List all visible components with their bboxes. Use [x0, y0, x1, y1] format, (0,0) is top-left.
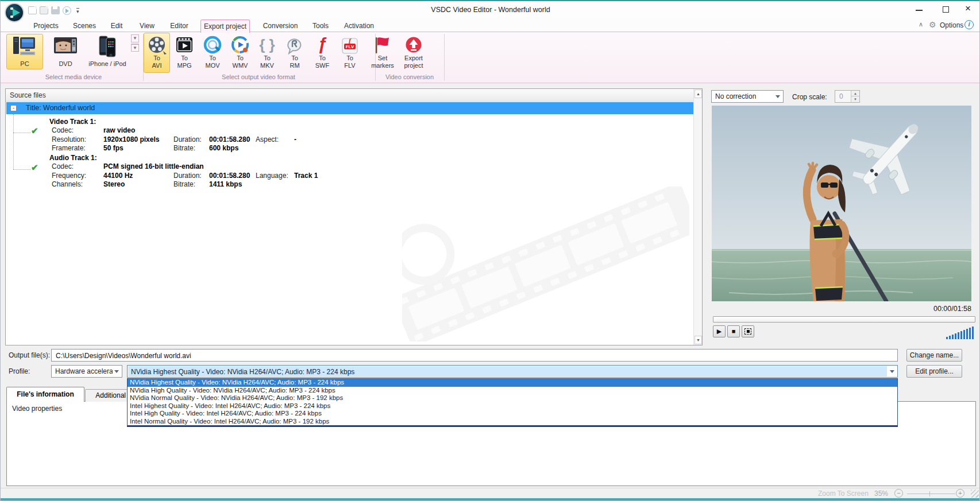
resize-grip[interactable]	[971, 490, 979, 498]
zoom-value: 35%	[874, 490, 888, 498]
stepper-down-icon[interactable]: ▼	[851, 96, 859, 102]
to-rm-button[interactable]: To RM	[281, 33, 308, 73]
run-export-icon[interactable]	[63, 6, 71, 15]
tab-export-project[interactable]: Export project	[200, 20, 250, 33]
profile-combobox[interactable]: NVidia Highest Quality - Video: NVidia H…	[127, 365, 898, 378]
app-window: ▾ VSDC Video Editor - Wonderful world × …	[0, 0, 980, 501]
dropdown-item[interactable]: NVidia Normal Quality - Video: NVidia H2…	[128, 394, 897, 402]
dropdown-item[interactable]: Intel High Quality - Video: Intel H264/A…	[128, 410, 897, 418]
tab-view[interactable]: View	[136, 20, 158, 32]
collapse-ribbon-icon[interactable]: ∧	[919, 21, 923, 28]
tree-row-title[interactable]: - Title: Wonderful world	[6, 102, 693, 114]
gear-icon[interactable]: ⚙	[929, 20, 936, 29]
video-track-name: Video Track 1:	[49, 118, 96, 126]
wmp-icon	[230, 35, 250, 55]
dropdown-item[interactable]: NVidia Highest Quality - Video: NVidia H…	[128, 379, 897, 387]
correction-select[interactable]: No correction	[711, 90, 784, 103]
device-more-icon[interactable]: ▼	[131, 44, 139, 52]
tab-files-information[interactable]: File's information	[6, 387, 84, 402]
group-label-media-device: Select media device	[5, 73, 142, 80]
save-project-icon[interactable]	[51, 6, 60, 14]
customize-toolbar-icon[interactable]: ▾	[76, 8, 79, 14]
profile-dropdown-list: NVidia Highest Quality - Video: NVidia H…	[127, 378, 898, 427]
status-bar: Zoom To Screen 35% − +	[1, 488, 980, 498]
dropdown-item[interactable]: Intel Highest Quality - Video: Intel H26…	[128, 402, 897, 410]
title-bar: ▾ VSDC Video Editor - Wonderful world ×	[1, 1, 980, 18]
tab-tools[interactable]: Tools	[310, 20, 331, 32]
set-markers-button[interactable]: Set markers	[368, 33, 397, 73]
output-files-label: Output file(s):	[9, 351, 50, 359]
stop-button[interactable]: ■	[727, 325, 740, 337]
real-media-icon	[285, 35, 304, 55]
stepper-up-icon[interactable]: ▲	[851, 91, 859, 96]
device-iphone-button[interactable]: iPhone / iPod	[86, 34, 129, 69]
vsdc-logo-icon[interactable]	[5, 3, 24, 22]
to-mkv-button[interactable]: { } To MKV	[254, 33, 280, 73]
tree-title-label: Title: Wonderful world	[26, 104, 95, 112]
flash-f-icon: ƒ	[312, 35, 332, 55]
to-avi-button[interactable]: To AVI	[144, 33, 170, 73]
options-button[interactable]: Options	[940, 21, 963, 29]
info-icon[interactable]: i	[964, 20, 974, 29]
device-pc-button[interactable]: PC	[6, 34, 43, 69]
to-wmv-button[interactable]: To WMV	[227, 33, 253, 73]
seek-bar[interactable]	[713, 316, 975, 323]
to-mov-button[interactable]: To MOV	[199, 33, 226, 73]
chevron-down-icon	[775, 95, 780, 98]
output-path-input[interactable]: C:\Users\Design\Videos\Wonderful world.a…	[51, 349, 898, 362]
device-scroll-down-icon[interactable]: ▼	[131, 34, 139, 42]
frame-preview-button[interactable]	[742, 325, 754, 337]
to-mpg-button[interactable]: To MPG	[171, 33, 198, 73]
device-dvd-label: DVD	[47, 60, 84, 67]
tab-scenes[interactable]: Scenes	[70, 20, 99, 32]
minimize-button[interactable]	[907, 1, 932, 17]
menu-tab-row: Projects Scenes Edit View Editor Export …	[1, 18, 980, 32]
export-project-button[interactable]: Export project	[399, 33, 428, 73]
device-dvd-button[interactable]: DVD	[47, 34, 84, 69]
video-properties-title: Video properties	[12, 405, 62, 413]
zoom-slider[interactable]	[907, 494, 955, 494]
tab-conversion[interactable]: Conversion	[260, 20, 300, 32]
zoom-out-button[interactable]: −	[894, 489, 903, 498]
tree-collapse-icon[interactable]: -	[10, 105, 17, 111]
group-label-output-format: Select output video format	[144, 73, 373, 80]
chevron-down-icon	[114, 370, 119, 373]
pc-icon	[12, 36, 37, 57]
new-project-icon[interactable]	[28, 6, 37, 14]
crop-scale-label: Crop scale:	[792, 93, 827, 101]
to-flv-button[interactable]: f FLV To FLV	[337, 33, 363, 73]
edit-profile-button[interactable]: Edit profile...	[906, 365, 962, 378]
tab-activation[interactable]: Activation	[341, 20, 377, 32]
dropdown-item[interactable]: Intel Normal Quality - Video: Intel H264…	[128, 418, 897, 426]
dvd-icon	[52, 36, 79, 57]
ribbon: PC DVD	[1, 32, 980, 83]
hardware-accel-select[interactable]: Hardware accelerated	[51, 365, 122, 378]
source-files-scrollbar[interactable]: ▲ ▼	[693, 89, 702, 345]
export-arrow-icon	[404, 35, 423, 55]
audio-track-check-icon[interactable]: ✔	[31, 162, 38, 173]
profile-label: Profile:	[9, 367, 30, 375]
iphone-icon	[96, 36, 119, 57]
tab-edit[interactable]: Edit	[106, 20, 127, 32]
preview-image	[712, 106, 971, 301]
crop-scale-stepper[interactable]: 0 ▲ ▼	[835, 90, 860, 103]
change-name-button[interactable]: Change name...	[906, 349, 962, 362]
audio-track-name: Audio Track 1:	[49, 154, 97, 162]
zoom-in-button[interactable]: +	[956, 489, 964, 498]
mpg-filmstrip-icon	[175, 35, 194, 55]
scroll-up-icon[interactable]: ▲	[695, 90, 702, 98]
to-swf-button[interactable]: ƒ To SWF	[309, 33, 335, 73]
flag-icon	[373, 35, 392, 55]
filmstrip-watermark	[402, 187, 689, 341]
open-project-icon[interactable]	[40, 6, 48, 14]
zoom-to-screen-label: Zoom To Screen	[818, 490, 869, 498]
play-button[interactable]: ▶	[713, 325, 726, 337]
close-button[interactable]: ×	[955, 1, 980, 17]
device-pc-label: PC	[7, 60, 43, 67]
group-label-video-conversion: Video conversion	[376, 73, 443, 80]
tab-editor[interactable]: Editor	[166, 20, 192, 32]
tab-projects[interactable]: Projects	[30, 20, 61, 32]
dropdown-item[interactable]: NVidia High Quality - Video: NVidia H264…	[128, 387, 897, 395]
scroll-down-icon[interactable]: ▼	[695, 336, 702, 344]
video-track-check-icon[interactable]: ✔	[31, 126, 38, 136]
